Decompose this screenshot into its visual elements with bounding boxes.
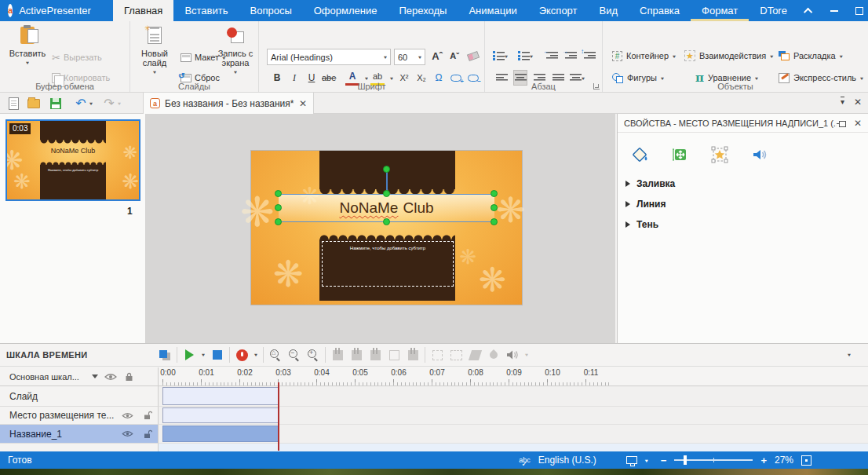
undo-history-button[interactable]: [86, 95, 96, 111]
menu-tab-home[interactable]: Главная: [113, 0, 173, 21]
close-document-icon[interactable]: ✕: [299, 98, 307, 109]
subtitle-placeholder-box[interactable]: Нажмите, чтобы добавить субтитр: [322, 241, 454, 287]
increase-font-button[interactable]: Aˆ: [430, 48, 444, 64]
spell-check-icon[interactable]: abc: [519, 457, 531, 464]
tab-list-dropdown[interactable]: [841, 97, 844, 106]
arrange-button[interactable]: Раскладка: [779, 48, 843, 64]
fill-style-tab[interactable]: [630, 144, 652, 166]
document-tab[interactable]: a Без названия - Без названия* ✕: [143, 93, 314, 114]
increase-indent-button[interactable]: →: [563, 48, 578, 64]
paste-button[interactable]: Вставить: [6, 24, 49, 68]
resize-handle-top-left[interactable]: [275, 190, 282, 197]
clear-formatting-button[interactable]: [466, 48, 480, 64]
menu-tab-help[interactable]: Справка: [629, 0, 691, 21]
decrease-indent-button[interactable]: ←: [545, 48, 559, 64]
play-button[interactable]: [180, 345, 199, 364]
zoom-out-control[interactable]: −: [661, 455, 667, 466]
zoom-in-button[interactable]: +: [304, 345, 323, 364]
line-spacing-button[interactable]: ↕: [582, 48, 596, 64]
close-all-icon[interactable]: ✕: [854, 97, 862, 108]
record-options-button[interactable]: [251, 345, 261, 364]
resize-handle-bottom-left[interactable]: [275, 218, 282, 225]
container-button[interactable]: # Контейнер: [612, 48, 676, 64]
fit-to-window-icon[interactable]: [801, 455, 811, 466]
record-narration-button[interactable]: [232, 345, 251, 364]
resize-handle-mid-left[interactable]: [275, 204, 282, 211]
audio-tab[interactable]: [748, 144, 770, 166]
menu-tab-design[interactable]: Оформление: [303, 0, 388, 21]
new-document-button[interactable]: [5, 95, 22, 111]
timeline-bar-title[interactable]: [162, 426, 279, 442]
zoom-slider[interactable]: [674, 459, 753, 461]
section-line[interactable]: Линия: [618, 194, 868, 214]
insert-range-button[interactable]: [403, 345, 422, 364]
menu-tab-animations[interactable]: Анимации: [458, 0, 527, 21]
visibility-toggle[interactable]: [117, 430, 137, 437]
timeline-bar-text-placeholder[interactable]: [162, 407, 279, 423]
insert-time-button[interactable]: [428, 345, 447, 364]
track-row-title[interactable]: Название_1: [0, 425, 868, 444]
menu-tab-view[interactable]: Вид: [589, 0, 629, 21]
menu-tab-format[interactable]: Формат: [691, 0, 749, 21]
zoom-slider-thumb[interactable]: [684, 455, 687, 465]
slide-thumbnail-1[interactable]: ❋ ❋ ❋ ❋ NoNaMe Club Нажмите, чтобы добав…: [5, 119, 140, 201]
menu-tab-questions[interactable]: Вопросы: [239, 0, 302, 21]
interactions-button[interactable]: ★ Взаимодействия: [684, 48, 773, 64]
track-row-slide[interactable]: Слайд: [0, 386, 868, 407]
paragraph-dialog-launcher[interactable]: [593, 83, 600, 90]
resize-handle-mid-right[interactable]: [491, 204, 498, 211]
resize-handle-top-right[interactable]: [491, 190, 498, 197]
properties-close-icon[interactable]: ✕: [854, 118, 862, 129]
panel-layout-button[interactable]: [155, 345, 174, 364]
section-fill[interactable]: Заливка: [618, 174, 868, 194]
delete-range-button[interactable]: [366, 345, 385, 364]
collapse-ribbon-button[interactable]: [798, 0, 820, 21]
font-family-select[interactable]: Arial (Headings): [267, 49, 391, 65]
menu-tab-dtore[interactable]: DTore: [749, 0, 798, 21]
canvas[interactable]: ❋ ❋ ❋ ❋ ❋ ❋ NoNaMe Club: [146, 114, 615, 343]
dropdown-caret[interactable]: [645, 457, 648, 462]
zoom-fit-button[interactable]: ⌂: [266, 345, 285, 364]
remove-time-button[interactable]: [447, 345, 465, 364]
track-row-text-placeholder[interactable]: Место размещения те...: [0, 407, 868, 425]
font-size-select[interactable]: 60: [394, 49, 425, 65]
split-object-button[interactable]: [328, 345, 347, 364]
cut-button[interactable]: ✂ Вырезать: [52, 49, 102, 65]
audio-options-button[interactable]: [522, 345, 531, 364]
crop-range-button[interactable]: [385, 345, 403, 364]
eye-icon[interactable]: [104, 373, 117, 381]
save-button[interactable]: [47, 95, 64, 111]
transition-effect-button[interactable]: [465, 345, 484, 364]
zoom-out-button[interactable]: −: [285, 345, 304, 364]
lock-toggle[interactable]: [137, 429, 158, 439]
section-shadow[interactable]: Тень: [618, 214, 868, 235]
redo-history-button[interactable]: [115, 95, 124, 111]
menu-tab-transitions[interactable]: Переходы: [388, 0, 458, 21]
minimize-button[interactable]: [823, 0, 845, 21]
resize-handle-bottom-right[interactable]: [491, 218, 498, 225]
size-properties-tab[interactable]: [669, 144, 691, 166]
language-selector[interactable]: English (U.S.): [538, 455, 596, 466]
rotation-handle[interactable]: [383, 166, 390, 173]
lock-toggle[interactable]: [137, 411, 158, 420]
resize-handle-bottom-center[interactable]: [383, 218, 390, 225]
open-button[interactable]: [25, 95, 42, 111]
visibility-toggle[interactable]: [117, 412, 137, 419]
record-screen-button[interactable]: Запись с экрана: [213, 24, 257, 77]
timeline-more-button[interactable]: [840, 345, 859, 364]
timeline-bar-slide[interactable]: [162, 387, 279, 405]
resize-handle-top-center[interactable]: [383, 190, 390, 197]
playhead[interactable]: [278, 382, 279, 451]
pin-icon[interactable]: [837, 120, 846, 126]
maximize-button[interactable]: [848, 0, 868, 21]
play-options-button[interactable]: [199, 345, 208, 364]
menu-tab-insert[interactable]: Вставить: [173, 0, 239, 21]
menu-tab-export[interactable]: Экспорт: [528, 0, 589, 21]
zoom-in-control[interactable]: +: [760, 455, 767, 466]
bullet-list-button[interactable]: [493, 48, 508, 64]
blur-effect-button[interactable]: [484, 345, 503, 364]
stop-button[interactable]: [208, 345, 227, 364]
timeline-scale-selector[interactable]: Основная шкал...: [0, 367, 159, 386]
numbered-list-button[interactable]: [518, 48, 533, 64]
decrease-font-button[interactable]: Aˇ: [447, 48, 461, 64]
